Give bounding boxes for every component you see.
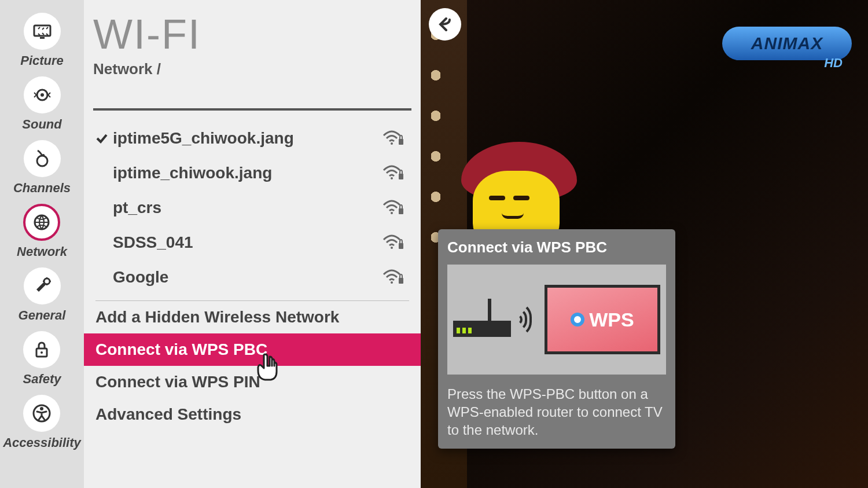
lock-icon <box>23 331 60 368</box>
sidebar-label: Sound <box>22 117 61 132</box>
svg-point-15 <box>391 212 393 214</box>
breadcrumb: Network / <box>93 60 421 78</box>
svg-rect-1 <box>40 37 45 39</box>
svg-rect-14 <box>399 174 403 179</box>
connect-wps-pbc-button[interactable]: Connect via WPS PBC <box>84 333 421 366</box>
signal-icon <box>517 302 538 337</box>
wifi-settings-panel: WI-FI Network / iptime5G_chiwook.jang ip… <box>84 0 421 488</box>
wifi-secured-icon <box>382 129 404 148</box>
connect-wps-pin-button[interactable]: Connect via WPS PIN <box>84 366 421 398</box>
svg-point-6 <box>44 278 50 284</box>
network-name: SDSS_041 <box>113 233 382 252</box>
svg-point-13 <box>391 177 393 179</box>
sidebar-label: Picture <box>20 53 64 68</box>
wifi-network-item[interactable]: iptime_chiwook.jang <box>84 156 421 190</box>
svg-rect-12 <box>399 139 403 145</box>
back-button[interactable] <box>429 8 461 41</box>
sidebar-item-network[interactable]: Network <box>17 204 67 259</box>
info-panel-description: Press the WPS-PBC button on a WPS-enable… <box>447 385 666 439</box>
svg-point-10 <box>40 407 43 410</box>
svg-point-17 <box>391 247 393 249</box>
wps-info-panel: Connect via WPS PBC WPS Press the WPS-PB… <box>438 229 675 449</box>
svg-point-3 <box>41 93 44 97</box>
advanced-settings-button[interactable]: Advanced Settings <box>84 398 421 431</box>
wifi-network-item[interactable]: Google <box>84 260 421 295</box>
tv-icon: WPS <box>545 285 660 354</box>
wifi-secured-icon <box>382 267 404 287</box>
network-icon <box>23 204 60 241</box>
network-name: iptime5G_chiwook.jang <box>113 129 382 148</box>
info-panel-title: Connect via WPS PBC <box>447 239 666 256</box>
accessibility-icon <box>23 395 60 432</box>
channel-quality-badge: HD <box>824 56 843 71</box>
svg-point-19 <box>391 281 393 284</box>
wifi-secured-icon <box>382 163 404 183</box>
tv-preview: ANIMAX HD Connect via WPS PBC WPS Press … <box>421 0 868 488</box>
page-title: WI-FI <box>93 10 421 58</box>
check-icon <box>95 132 113 145</box>
sidebar-label: Network <box>17 244 67 259</box>
sidebar-item-sound[interactable]: Sound <box>22 76 61 132</box>
settings-sidebar: Picture Sound Channels Network General S… <box>0 0 84 488</box>
wifi-network-item[interactable]: iptime5G_chiwook.jang <box>84 121 421 156</box>
sidebar-item-safety[interactable]: Safety <box>23 331 61 387</box>
svg-point-11 <box>391 142 393 145</box>
wifi-secured-icon <box>382 198 404 218</box>
sidebar-label: Accessibility <box>3 435 81 450</box>
sidebar-item-channels[interactable]: Channels <box>13 140 71 196</box>
sound-icon <box>24 76 61 113</box>
network-name: iptime_chiwook.jang <box>113 164 382 182</box>
back-icon <box>436 15 454 34</box>
network-name: pt_crs <box>113 199 382 217</box>
sidebar-label: General <box>19 308 66 323</box>
channels-icon <box>24 140 61 177</box>
sidebar-item-picture[interactable]: Picture <box>20 13 64 68</box>
wifi-network-item[interactable]: SDSS_041 <box>84 225 421 260</box>
network-name: Google <box>113 268 382 287</box>
svg-rect-20 <box>399 278 403 284</box>
svg-rect-18 <box>399 243 403 249</box>
svg-point-8 <box>41 351 43 354</box>
wps-label: WPS <box>589 309 634 331</box>
divider <box>93 108 411 111</box>
sidebar-label: Safety <box>23 372 61 387</box>
wps-illustration: WPS <box>447 265 666 375</box>
sidebar-item-general[interactable]: General <box>19 267 66 323</box>
svg-rect-0 <box>34 25 50 36</box>
add-hidden-network-button[interactable]: Add a Hidden Wireless Network <box>84 301 421 333</box>
wifi-secured-icon <box>382 233 404 252</box>
svg-rect-16 <box>399 208 403 214</box>
svg-point-4 <box>37 156 47 166</box>
wifi-network-list: iptime5G_chiwook.jang iptime_chiwook.jan… <box>84 121 421 295</box>
general-icon <box>24 267 61 304</box>
sidebar-item-accessibility[interactable]: Accessibility <box>3 395 81 450</box>
wifi-network-item[interactable]: pt_crs <box>84 190 421 225</box>
router-icon <box>453 321 511 337</box>
sidebar-label: Channels <box>13 181 71 196</box>
picture-icon <box>24 13 61 50</box>
